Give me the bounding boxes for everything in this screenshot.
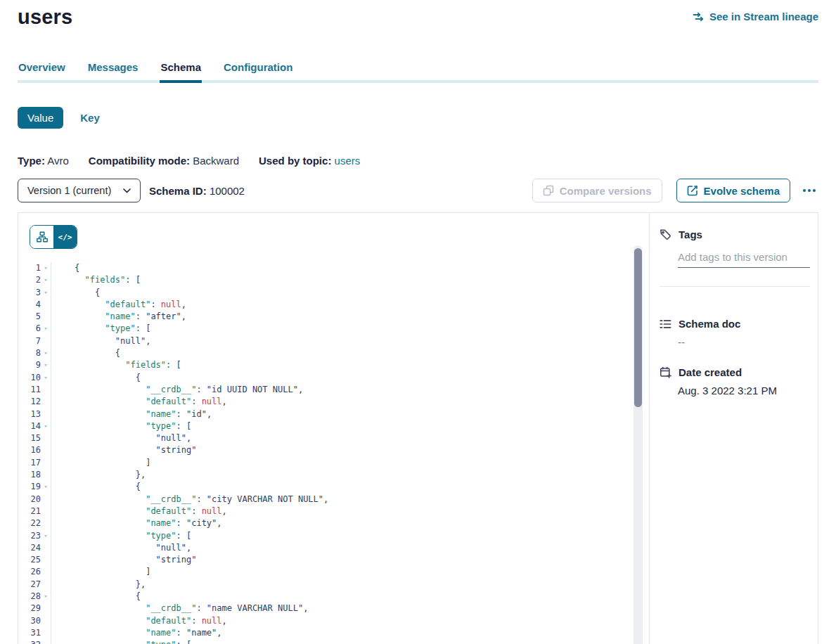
meta-compatibility-value: Backward — [193, 155, 239, 167]
value-toggle-button[interactable]: Value — [18, 107, 63, 129]
line-number: 30 — [18, 615, 41, 627]
line-number: 23 — [18, 530, 41, 542]
fold-arrow-icon[interactable]: ▾ — [41, 372, 51, 384]
schema-id-label: Schema ID: — [149, 185, 207, 197]
tags-heading-label: Tags — [679, 228, 702, 240]
line-number: 9 — [18, 359, 41, 371]
fold-arrow-icon[interactable]: ▾ — [41, 591, 51, 603]
fold-arrow-icon[interactable]: ▾ — [41, 323, 51, 335]
line-number: 6 — [18, 323, 41, 335]
line-number: 4 — [18, 299, 41, 311]
date-created-heading-label: Date created — [679, 366, 742, 378]
code-text: "string" — [51, 554, 196, 566]
line-number: 1 — [18, 262, 41, 274]
meta-compatibility: Compatibility mode: Backward — [89, 155, 239, 167]
code-line: 6▾ "type": [ — [18, 323, 634, 335]
version-select[interactable]: Version 1 (current) — [18, 179, 141, 202]
fold-arrow-icon[interactable]: ▾ — [41, 274, 51, 286]
fold-arrow-icon[interactable]: ▾ — [41, 287, 51, 299]
code-text: "null", — [51, 335, 150, 347]
schema-editor: </> 1▾{2▾ "fields": [3▾ {4 "default": nu… — [18, 213, 649, 644]
code-text: "default": null, — [51, 505, 227, 517]
ellipsis-icon — [803, 189, 806, 192]
tab-schema[interactable]: Schema — [160, 61, 202, 83]
line-number: 3 — [18, 287, 41, 299]
fold-arrow-icon[interactable]: ▾ — [41, 481, 51, 493]
line-number: 2 — [18, 274, 41, 286]
tree-view-button[interactable] — [30, 226, 53, 248]
fold-arrow-icon[interactable]: ▾ — [41, 420, 51, 432]
schema-doc-heading: Schema doc — [660, 318, 810, 330]
page-title: users — [18, 6, 72, 29]
evolve-schema-icon — [687, 185, 698, 196]
code-text: ] — [51, 566, 150, 578]
key-toggle-button[interactable]: Key — [80, 112, 100, 124]
code-line: 15 "null", — [18, 432, 634, 444]
schema-page: users See in Stream lineage OverviewMess… — [0, 0, 836, 644]
meta-topic-label: Used by topic: — [259, 155, 331, 167]
schema-id: Schema ID: 100002 — [149, 185, 245, 197]
code-text: "default": null, — [51, 615, 227, 627]
sidebar-divider — [660, 286, 810, 287]
fold-gutter — [41, 579, 51, 591]
code-scrollbar — [634, 245, 643, 644]
line-number: 10 — [18, 372, 41, 384]
code-content[interactable]: 1▾{2▾ "fields": [3▾ {4 "default": null,5… — [18, 262, 634, 644]
code-text: { — [51, 262, 79, 274]
code-line: 22 "name": "city", — [18, 517, 634, 529]
code-text: "type": [ — [51, 530, 191, 542]
fold-arrow-icon[interactable]: ▾ — [41, 359, 51, 371]
stream-lineage-link[interactable]: See in Stream lineage — [693, 11, 818, 22]
code-text: "name": "after", — [51, 311, 186, 323]
doc-list-icon — [660, 318, 671, 330]
code-text: "fields": [ — [51, 274, 141, 286]
fold-gutter — [41, 432, 51, 444]
more-options-button[interactable] — [800, 186, 818, 195]
line-number: 26 — [18, 566, 41, 578]
fold-arrow-icon[interactable]: ▾ — [41, 347, 51, 359]
line-number: 27 — [18, 579, 41, 591]
code-line: 13 "name": "id", — [18, 408, 634, 420]
line-number: 5 — [18, 311, 41, 323]
fold-arrow-icon[interactable]: ▾ — [41, 530, 51, 542]
code-text: { — [51, 372, 141, 384]
code-text: "name": "name", — [51, 627, 222, 639]
line-number: 32 — [18, 639, 41, 644]
fold-gutter — [41, 384, 51, 396]
code-view-button[interactable]: </> — [53, 226, 77, 248]
add-tags-input[interactable] — [678, 250, 810, 268]
fold-arrow-icon[interactable]: ▾ — [41, 639, 51, 644]
code-line: 26 ] — [18, 566, 634, 578]
line-number: 20 — [18, 494, 41, 505]
fold-gutter — [41, 615, 51, 627]
tree-view-icon — [37, 231, 48, 243]
code-text: "__crdb__": "name VARCHAR NULL", — [51, 603, 308, 614]
code-text: { — [51, 591, 141, 603]
schema-panel: </> 1▾{2▾ "fields": [3▾ {4 "default": nu… — [18, 212, 818, 644]
code-scrollbar-thumb[interactable] — [634, 248, 642, 407]
code-text: }, — [51, 469, 146, 481]
calendar-plus-icon — [660, 366, 671, 378]
topic-link[interactable]: users — [335, 155, 361, 167]
value-key-toggle: Value Key — [18, 107, 100, 129]
code-line: 12 "default": null, — [18, 396, 634, 408]
code-line: 8▾ { — [18, 347, 634, 359]
line-number: 22 — [18, 517, 41, 529]
code-text: }, — [51, 579, 146, 591]
fold-gutter — [41, 603, 51, 614]
code-line: 1▾{ — [18, 262, 634, 274]
compare-versions-button[interactable]: Compare versions — [532, 179, 662, 202]
evolve-schema-button[interactable]: Evolve schema — [676, 179, 790, 202]
fold-arrow-icon[interactable]: ▾ — [41, 262, 51, 274]
line-number: 16 — [18, 444, 41, 456]
meta-type: Type: Avro — [18, 155, 69, 167]
line-number: 25 — [18, 554, 41, 566]
code-text: "__crdb__": "id UUID NOT NULL", — [51, 384, 303, 396]
fold-gutter — [41, 457, 51, 469]
line-number: 12 — [18, 396, 41, 408]
code-line: 32▾ "type": [ — [18, 639, 634, 644]
line-number: 14 — [18, 420, 41, 432]
line-number: 17 — [18, 457, 41, 469]
meta-used-by-topic: Used by topic: users — [259, 155, 360, 167]
stream-lineage-icon — [693, 11, 705, 22]
